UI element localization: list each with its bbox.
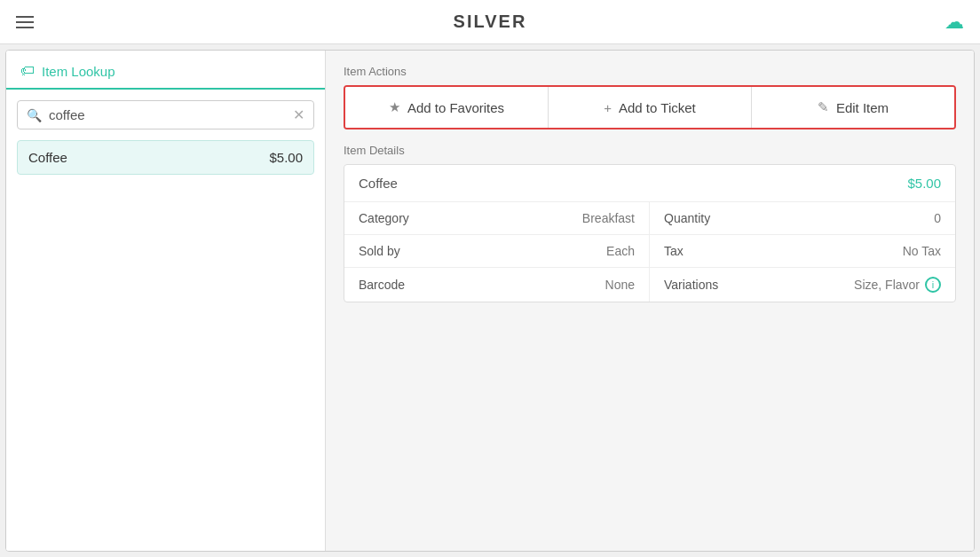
item-lookup-label: Item Lookup — [42, 64, 115, 79]
edit-item-label: Edit Item — [836, 100, 889, 115]
right-panel: Item Actions ★ Add to Favorites + Add to… — [326, 51, 974, 551]
add-to-ticket-button[interactable]: + Add to Ticket — [549, 87, 752, 128]
add-to-favorites-label: Add to Favorites — [407, 100, 504, 115]
detail-cell-quantity: Quantity 0 — [650, 202, 955, 235]
app-title: SILVER — [454, 12, 527, 32]
details-section-label: Item Details — [344, 144, 956, 157]
variations-text: Size, Flavor — [854, 278, 920, 292]
details-table: Coffee $5.00 Category Breakfast Quantity… — [344, 164, 956, 302]
main-content: 🏷 Item Lookup 🔍 ✕ Coffee $5.00 Item Acti… — [5, 50, 975, 552]
detail-grid: Category Breakfast Quantity 0 Sold by Ea… — [344, 202, 955, 302]
cloud-icon: ☁ — [944, 11, 964, 34]
menu-icon[interactable] — [16, 16, 34, 28]
add-to-ticket-label: Add to Ticket — [619, 100, 696, 115]
quantity-label: Quantity — [664, 211, 710, 225]
pencil-icon: ✎ — [818, 99, 829, 115]
detail-cell-variations: Variations Size, Flavor i — [650, 268, 955, 302]
top-bar: SILVER ☁ — [0, 0, 980, 44]
list-item[interactable]: Coffee $5.00 — [17, 140, 314, 175]
star-icon: ★ — [389, 99, 400, 115]
results-list: Coffee $5.00 — [6, 140, 325, 175]
info-icon[interactable]: i — [925, 277, 941, 293]
item-price-display: $5.00 — [907, 176, 941, 191]
search-box: 🔍 ✕ — [17, 100, 314, 129]
variations-value-with-icon: Size, Flavor i — [854, 277, 941, 293]
detail-cell-sold-by: Sold by Each — [344, 235, 650, 268]
edit-item-button[interactable]: ✎ Edit Item — [752, 87, 954, 128]
category-value: Breakfast — [582, 211, 635, 225]
search-area: 🔍 ✕ — [6, 90, 325, 140]
barcode-label: Barcode — [359, 278, 405, 292]
result-item-price: $5.00 — [269, 150, 303, 165]
tax-value: No Tax — [903, 244, 941, 258]
actions-buttons: ★ Add to Favorites + Add to Ticket ✎ Edi… — [344, 85, 956, 129]
detail-cell-barcode: Barcode None — [344, 268, 650, 302]
item-title: Coffee — [359, 176, 398, 191]
result-item-name: Coffee — [28, 150, 67, 165]
tag-icon: 🏷 — [20, 63, 35, 79]
sold-by-label: Sold by — [359, 244, 400, 258]
left-panel: 🏷 Item Lookup 🔍 ✕ Coffee $5.00 — [6, 51, 326, 551]
quantity-value: 0 — [934, 211, 941, 225]
clear-icon[interactable]: ✕ — [293, 106, 304, 123]
item-lookup-header: 🏷 Item Lookup — [6, 51, 325, 90]
variations-label: Variations — [664, 278, 718, 292]
detail-cell-tax: Tax No Tax — [650, 235, 955, 268]
search-icon: 🔍 — [27, 108, 42, 122]
add-to-favorites-button[interactable]: ★ Add to Favorites — [345, 87, 549, 128]
plus-icon: + — [604, 100, 612, 115]
barcode-value: None — [605, 278, 635, 292]
details-section: Item Details Coffee $5.00 Category Break… — [344, 144, 956, 302]
tax-label: Tax — [664, 244, 684, 258]
actions-section-label: Item Actions — [344, 65, 956, 78]
detail-cell-category: Category Breakfast — [344, 202, 650, 235]
item-name-price-row: Coffee $5.00 — [344, 165, 955, 202]
variations-value: Size, Flavor i — [854, 277, 941, 293]
search-input[interactable] — [49, 107, 293, 122]
sold-by-value: Each — [606, 244, 635, 258]
category-label: Category — [359, 211, 409, 225]
actions-section: Item Actions ★ Add to Favorites + Add to… — [344, 65, 956, 129]
